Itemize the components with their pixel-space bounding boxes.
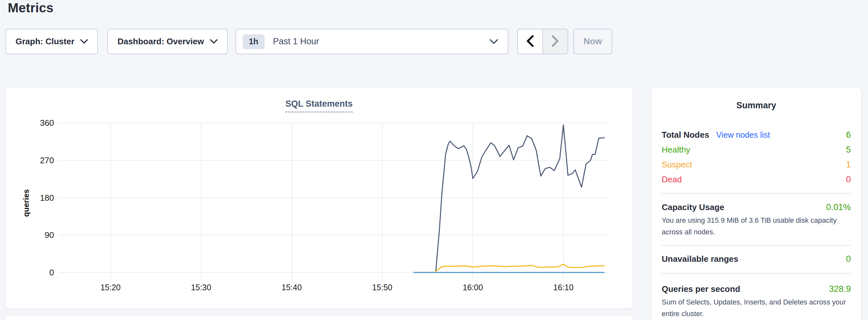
queries-per-second-description: Sum of Selects, Updates, Inserts, and De… bbox=[662, 296, 848, 320]
summary-divider bbox=[662, 273, 851, 274]
healthy-value: 5 bbox=[846, 145, 851, 155]
unavailable-ranges-label: Unavailable ranges bbox=[662, 254, 738, 264]
y-axis-label: queries bbox=[22, 189, 30, 217]
sql-statements-chart-card: SQL Statements 15:2015:3015:4015:5016:00… bbox=[5, 88, 632, 308]
time-window-label: Past 1 Hour bbox=[273, 36, 484, 46]
total-nodes-label: Total Nodes bbox=[662, 130, 709, 140]
time-window-badge: 1h bbox=[243, 34, 265, 49]
dead-nodes-row: Dead 0 bbox=[662, 172, 851, 187]
chevron-down-icon bbox=[210, 39, 218, 44]
capacity-usage-row: Capacity Usage 0.01% bbox=[662, 200, 851, 215]
suspect-nodes-row: Suspect 1 bbox=[662, 157, 851, 172]
chart-series-yellow bbox=[414, 264, 604, 273]
dead-value: 0 bbox=[846, 174, 851, 185]
summary-divider bbox=[662, 245, 851, 246]
y-tick-label: 180 bbox=[40, 193, 54, 203]
x-tick-label: 16:10 bbox=[553, 283, 574, 292]
dead-label: Dead bbox=[662, 174, 682, 185]
suspect-label: Suspect bbox=[662, 160, 692, 170]
graph-dropdown-label: Graph: Cluster bbox=[16, 36, 74, 46]
chevron-left-icon bbox=[526, 35, 534, 49]
summary-divider bbox=[662, 193, 851, 194]
summary-title: Summary bbox=[662, 100, 851, 111]
x-tick-label: 15:40 bbox=[282, 283, 302, 292]
chevron-down-icon bbox=[80, 39, 88, 44]
x-tick-label: 15:30 bbox=[191, 283, 211, 292]
queries-per-second-row: Queries per second 328.9 bbox=[662, 282, 851, 296]
y-tick-label: 270 bbox=[40, 156, 54, 165]
time-prev-button[interactable] bbox=[518, 29, 542, 54]
sql-statements-chart[interactable]: 15:2015:3015:4015:5016:0016:100901802703… bbox=[5, 88, 632, 308]
x-tick-label: 15:20 bbox=[100, 283, 121, 292]
unavailable-ranges-value: 0 bbox=[846, 254, 851, 264]
capacity-usage-label: Capacity Usage bbox=[662, 202, 724, 212]
time-next-button[interactable] bbox=[542, 29, 567, 54]
next-chart-card-sliver bbox=[5, 316, 632, 320]
x-tick-label: 16:00 bbox=[463, 283, 483, 292]
now-button[interactable]: Now bbox=[574, 29, 612, 54]
healthy-label: Healthy bbox=[662, 145, 690, 155]
summary-panel: Summary Total Nodes View nodes list 6 He… bbox=[651, 88, 861, 320]
unavailable-ranges-row: Unavailable ranges 0 bbox=[662, 252, 851, 266]
now-button-label: Now bbox=[584, 36, 602, 46]
time-window-selector[interactable]: 1h Past 1 Hour bbox=[236, 29, 508, 54]
queries-per-second-value: 328.9 bbox=[829, 284, 851, 294]
page-title: Metrics bbox=[8, 1, 53, 15]
y-tick-label: 90 bbox=[44, 230, 54, 240]
graph-dropdown[interactable]: Graph: Cluster bbox=[5, 29, 98, 54]
y-tick-label: 0 bbox=[50, 268, 54, 277]
y-tick-label: 360 bbox=[40, 118, 54, 128]
total-nodes-row: Total Nodes View nodes list 6 bbox=[662, 127, 851, 142]
queries-per-second-label: Queries per second bbox=[662, 284, 740, 294]
chevron-down-icon bbox=[490, 39, 498, 44]
suspect-value: 1 bbox=[846, 160, 851, 170]
chevron-right-icon bbox=[551, 35, 559, 49]
time-window-pager bbox=[517, 29, 568, 54]
total-nodes-value: 6 bbox=[846, 130, 851, 140]
healthy-nodes-row: Healthy 5 bbox=[662, 142, 851, 157]
capacity-usage-description: You are using 315.9 MiB of 3.6 TiB usabl… bbox=[662, 215, 848, 238]
view-nodes-list-link[interactable]: View nodes list bbox=[716, 130, 770, 140]
chart-series-dark-blue bbox=[414, 125, 604, 273]
capacity-usage-value: 0.01% bbox=[826, 202, 851, 212]
x-tick-label: 15:50 bbox=[372, 283, 393, 292]
dashboard-dropdown[interactable]: Dashboard: Overview bbox=[107, 29, 228, 54]
dashboard-dropdown-label: Dashboard: Overview bbox=[117, 36, 204, 46]
